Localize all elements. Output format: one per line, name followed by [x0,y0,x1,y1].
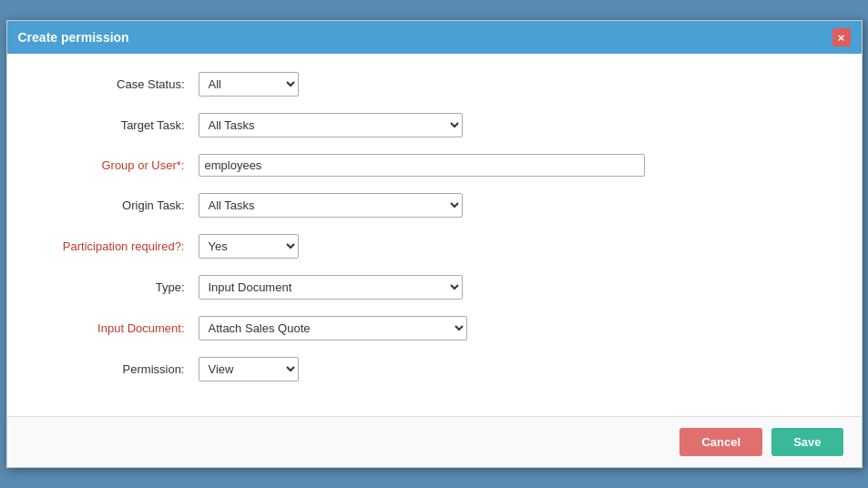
participation-required-label: Participation required?: [35,239,199,253]
permission-label: Permission: [35,362,199,376]
target-task-select[interactable]: All Tasks Task 1 Task 2 [199,113,463,137]
dialog-header: Create permission × [7,21,862,54]
dialog-overlay: Create permission × Case Status: All Ope… [0,0,868,488]
case-status-row: Case Status: All Open Closed [35,72,834,97]
origin-task-row: Origin Task: All Tasks Task 1 Task 2 [35,193,834,218]
participation-required-select[interactable]: Yes No [199,234,299,259]
group-or-user-label: Group or User*: [35,158,199,172]
origin-task-label: Origin Task: [35,198,199,212]
group-or-user-input[interactable] [199,154,645,177]
input-document-select[interactable]: Attach Sales Quote Other Document [199,316,467,341]
origin-task-select[interactable]: All Tasks Task 1 Task 2 [199,193,463,218]
dialog-close-button[interactable]: × [832,28,851,46]
cancel-button[interactable]: Cancel [679,428,762,456]
save-button[interactable]: Save [771,428,842,456]
participation-required-row: Participation required?: Yes No [35,234,834,259]
type-label: Type: [35,280,199,294]
type-select[interactable]: Input Document Output Document Task [199,275,463,300]
permission-row: Permission: View Edit Delete [35,357,834,381]
target-task-label: Target Task: [35,118,199,132]
create-permission-dialog: Create permission × Case Status: All Ope… [6,20,863,468]
case-status-label: Case Status: [35,77,199,91]
group-or-user-row: Group or User*: [35,154,834,177]
type-row: Type: Input Document Output Document Tas… [35,275,834,300]
input-document-label: Input Document: [35,321,199,335]
dialog-title: Create permission [18,30,129,45]
dialog-body: Case Status: All Open Closed Target Task… [7,54,862,416]
permission-select[interactable]: View Edit Delete [199,357,299,381]
dialog-footer: Cancel Save [7,416,862,467]
input-document-row: Input Document: Attach Sales Quote Other… [35,316,834,341]
case-status-select[interactable]: All Open Closed [199,72,299,97]
target-task-row: Target Task: All Tasks Task 1 Task 2 [35,113,834,137]
